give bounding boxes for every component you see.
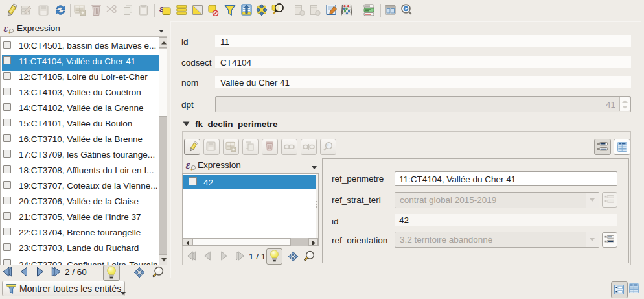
svg-text:ε: ε — [186, 160, 190, 171]
svg-text:ε: ε — [159, 3, 164, 14]
svg-text:ε: ε — [4, 23, 8, 34]
